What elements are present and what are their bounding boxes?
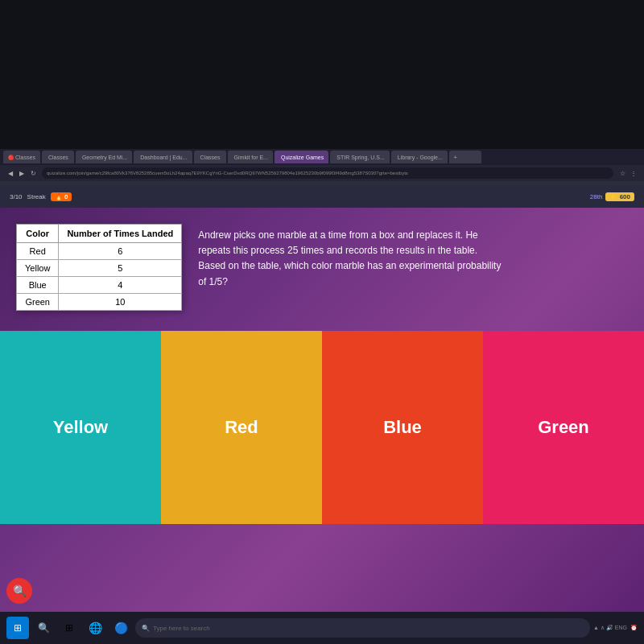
browser-tab-8[interactable]: STIR Spring, U.S... — [330, 151, 390, 163]
back-button[interactable]: ◀ — [6, 169, 14, 177]
coin-badge: ⚡ 600 — [605, 192, 634, 201]
streak-label: Streak — [27, 193, 46, 200]
taskbar-right: ▲ ∧ 🔊 ENG ⏰ — [593, 625, 638, 631]
refresh-button[interactable]: ↻ — [29, 169, 37, 177]
browser-actions: ☆ ⋮ — [618, 169, 638, 177]
table-row: Blue 4 — [17, 277, 182, 294]
row-color-yellow: Yellow — [17, 260, 59, 277]
answer-choice-blue[interactable]: Blue — [322, 331, 483, 524]
answer-choice-yellow[interactable]: Yellow — [0, 331, 161, 524]
browser-tab-4[interactable]: Dashboard | Edu... — [134, 151, 192, 163]
taskbar: ⊞ 🔍 ⊞ 🌐 🔵 🔍 Type here to search ▲ ∧ 🔊 EN… — [0, 612, 644, 644]
row-count-green: 10 — [59, 294, 182, 311]
answer-choices: Yellow Red Blue Green — [0, 331, 644, 524]
question-text: Andrew picks one marble at a time from a… — [198, 224, 504, 290]
star-icon[interactable]: ☆ — [618, 169, 626, 177]
browser-tab-5[interactable]: Classes — [194, 151, 226, 163]
row-color-green: Green — [17, 294, 59, 311]
browser-tabs: 🔴 Classes Classes Geometry Ed Mi... Dash… — [0, 149, 644, 165]
address-url[interactable]: quizalize.com/join/game/c29fca80Vk376V82… — [42, 167, 613, 179]
row-color-red: Red — [17, 243, 59, 260]
taskbar-search-bar[interactable]: 🔍 Type here to search — [135, 618, 590, 638]
col-header-count: Number of Times Landed — [59, 225, 182, 243]
clock: ⏰ — [630, 625, 638, 631]
row-count-red: 6 — [59, 243, 182, 260]
new-tab-button[interactable]: + — [449, 151, 481, 163]
browser-chrome: 🔴 Classes Classes Geometry Ed Mi... Dash… — [0, 149, 644, 185]
progress-area: 28th ⚡ 600 — [590, 192, 634, 201]
search-icon[interactable]: 🔍 — [32, 617, 55, 639]
widgets-icon[interactable]: ⊞ — [58, 617, 80, 639]
zoom-button[interactable]: 🔍 — [6, 578, 32, 604]
browser-tab-6[interactable]: Gimkit for E... — [228, 151, 273, 163]
table-row: Red 6 — [17, 243, 182, 260]
browser-tab-1[interactable]: 🔴 Classes — [3, 151, 40, 163]
browser-address-bar: ◀ ▶ ↻ quizalize.com/join/game/c29fca80Vk… — [0, 165, 644, 181]
main-content: 3/10 Streak 🔥 0 28th ⚡ 600 Color Number … — [0, 185, 644, 644]
chrome-icon[interactable]: 🔵 — [109, 617, 132, 639]
edge-icon[interactable]: 🌐 — [84, 617, 106, 639]
table-row: Green 10 — [17, 294, 182, 311]
browser-tab-3[interactable]: Geometry Ed Mi... — [76, 151, 132, 163]
streak-area: 3/10 Streak 🔥 0 — [10, 192, 72, 201]
top-bezel: 🔴 Classes Classes Geometry Ed Mi... Dash… — [0, 0, 644, 185]
answer-choice-red[interactable]: Red — [161, 331, 322, 524]
forward-button[interactable]: ▶ — [18, 169, 26, 177]
app-toolbar: 3/10 Streak 🔥 0 28th ⚡ 600 — [0, 185, 644, 208]
nav-icons: ◀ ▶ ↻ — [6, 169, 37, 177]
row-color-blue: Blue — [17, 277, 59, 294]
data-table: Color Number of Times Landed Red 6 Yello… — [16, 224, 182, 311]
table-row: Yellow 5 — [17, 260, 182, 277]
row-count-yellow: 5 — [59, 260, 182, 277]
start-button[interactable]: ⊞ — [6, 617, 29, 639]
answer-choice-green[interactable]: Green — [483, 331, 644, 524]
question-area: Color Number of Times Landed Red 6 Yello… — [0, 208, 644, 323]
browser-tab-9[interactable]: Library - Google... — [391, 151, 448, 163]
progress-label: 3/10 — [10, 193, 23, 200]
browser-tab-2[interactable]: Classes — [42, 151, 74, 163]
browser-tab-active[interactable]: Quizalize Games — [275, 151, 328, 163]
date-label: 28th — [590, 193, 603, 200]
more-icon[interactable]: ⋮ — [630, 169, 638, 177]
col-header-color: Color — [17, 225, 59, 243]
system-tray: ▲ ∧ 🔊 ENG — [593, 625, 627, 631]
row-count-blue: 4 — [59, 277, 182, 294]
streak-badge: 🔥 0 — [51, 192, 72, 201]
